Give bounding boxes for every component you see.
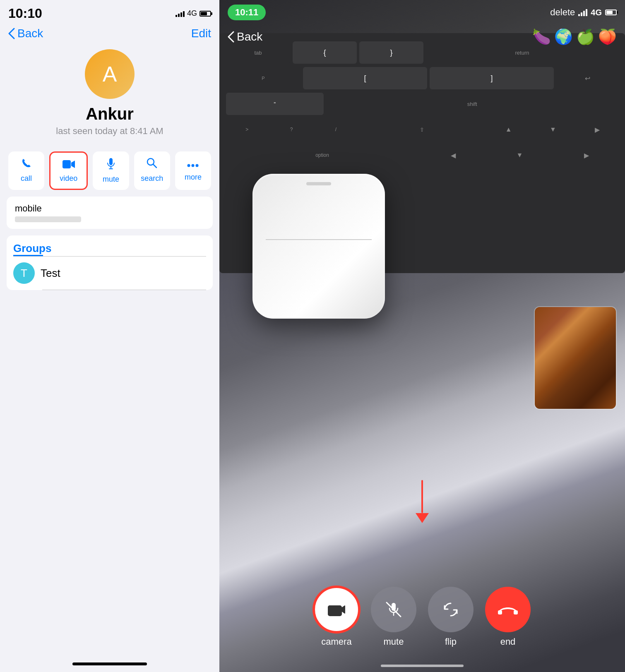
left-panel: 10:10 4G Back Edit A Ankur [0,0,219,672]
search-button[interactable]: search [134,151,170,190]
arrow-shaft [421,480,423,513]
right-signal-bars-icon [578,9,587,16]
right-panel: tab { } return P [ ] ↩ " shift > ? / ⇧ ▲ [219,0,625,672]
phone-section: mobile [7,197,213,229]
phone-number [15,216,81,222]
left-status-bar: 10:10 4G [0,0,219,24]
flip-label: flip [445,636,457,647]
chevron-left-icon [8,28,16,39]
svg-rect-12 [328,605,341,616]
svg-rect-0 [62,160,71,168]
airpods-case [252,174,410,348]
camera-control-wrap: camera [314,587,359,647]
left-time: 10:10 [8,6,42,21]
group-item[interactable]: T Test [12,257,208,290]
right-battery-icon [605,10,617,15]
groups-title: Groups [13,242,51,254]
video-button[interactable]: video [49,151,88,190]
emoji-row: 🍆 🌍 🍏 🍑 [532,28,617,46]
call-icon [21,157,32,172]
end-call-label: end [500,636,516,647]
avatar-letter: A [103,62,117,86]
video-icon [62,158,75,172]
svg-rect-17 [514,610,518,614]
group-name: Test [41,267,60,280]
home-indicator [72,662,147,665]
edit-button[interactable]: Edit [191,27,211,40]
self-view-content [535,307,616,409]
more-icon [187,157,199,170]
svg-point-6 [188,164,190,167]
contact-status: last seen today at 8:41 AM [56,126,163,137]
left-status-icons: 4G [175,9,211,18]
emoji-apple: 🍏 [576,28,595,46]
mute-button[interactable]: mute [93,151,129,190]
left-nav: Back Edit [0,24,219,45]
phone-label: mobile [15,203,204,214]
flip-control-wrap: flip [428,587,474,647]
battery-icon [200,11,211,17]
right-chevron-left-icon [228,31,235,43]
back-label: Back [17,27,43,40]
call-label: call [21,174,32,183]
contact-name: Ankur [86,105,134,123]
search-icon [146,157,158,172]
group-list-divider [42,290,206,290]
more-button[interactable]: more [175,151,211,190]
signal-bars-icon [175,10,185,17]
mute-call-label: mute [384,636,404,647]
more-label: more [185,173,202,182]
search-label: search [141,174,163,183]
right-status-bar: 10:11 delete 4G [219,0,625,25]
emoji-globe: 🌍 [554,28,573,46]
mute-icon [106,157,116,173]
group-avatar: T [13,262,35,284]
right-time: 10:11 [228,5,266,20]
end-call-button[interactable] [485,587,531,632]
camera-button[interactable] [314,587,359,632]
svg-line-5 [153,164,156,168]
flip-btn-icon [441,600,460,619]
contact-section: A Ankur last seen today at 8:41 AM [0,45,219,145]
arrow-annotation [416,480,429,523]
video-label: video [60,174,77,183]
camera-inner-icon [327,602,346,617]
groups-section: Groups T Test [0,235,219,290]
left-network-label: 4G [187,9,197,18]
flip-button[interactable] [428,587,474,632]
svg-point-8 [196,164,199,167]
mute-label: mute [103,175,119,184]
end-control-wrap: end [485,587,531,647]
mute-call-button[interactable] [371,587,416,632]
back-button[interactable]: Back [8,27,43,40]
emoji-peach: 🍑 [598,28,617,46]
svg-marker-1 [71,161,75,168]
arrow-head [416,513,429,523]
right-nav: Back 🍆 🌍 🍏 🍑 [219,25,625,49]
right-back-button[interactable]: Back [228,30,262,43]
self-view-thumbnail [534,306,617,410]
avatar: A [85,49,135,99]
end-btn-icon [498,603,518,616]
mute-btn-icon [385,600,403,619]
svg-point-7 [192,164,195,167]
right-home-indicator [381,665,464,667]
action-buttons: call video mute [0,145,219,197]
right-status-right: delete 4G [550,7,617,18]
camera-label: camera [321,636,351,647]
airpods-body [252,174,385,319]
delete-label[interactable]: delete [550,7,575,18]
emoji-eggplant: 🍆 [532,28,551,46]
mute-control-wrap: mute [371,587,416,647]
bottom-controls: camera mute fl [219,587,625,647]
svg-marker-13 [341,605,345,614]
call-button[interactable]: call [8,151,44,190]
right-network-label: 4G [591,8,602,17]
group-avatar-letter: T [21,267,27,280]
right-back-label: Back [237,30,262,43]
svg-rect-16 [498,610,502,614]
